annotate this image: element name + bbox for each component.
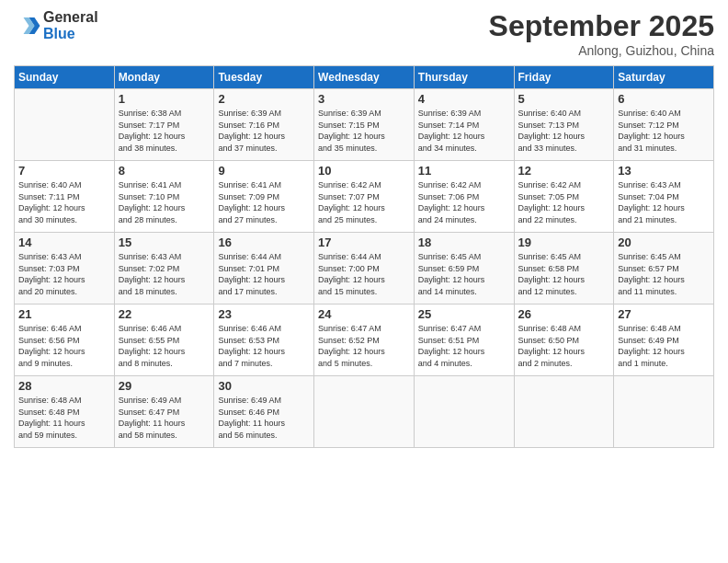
- day-number: 6: [618, 92, 710, 106]
- day-number: 14: [18, 236, 110, 249]
- calendar-day: 24Sunrise: 6:47 AMSunset: 6:52 PMDayligh…: [314, 304, 415, 376]
- calendar-day: [414, 376, 514, 448]
- calendar-day: 27Sunrise: 6:48 AMSunset: 6:49 PMDayligh…: [614, 304, 714, 376]
- day-info: Sunrise: 6:40 AMSunset: 7:12 PMDaylight:…: [618, 108, 710, 154]
- calendar-day: 1Sunrise: 6:38 AMSunset: 7:17 PMDaylight…: [114, 89, 214, 161]
- day-number: 8: [119, 164, 210, 178]
- month-title: September 2025: [489, 9, 714, 43]
- calendar-day: 3Sunrise: 6:39 AMSunset: 7:15 PMDaylight…: [314, 89, 415, 161]
- day-number: 3: [318, 92, 410, 106]
- day-info: Sunrise: 6:38 AMSunset: 7:17 PMDaylight:…: [119, 108, 210, 154]
- calendar-week-2: 7Sunrise: 6:40 AMSunset: 7:11 PMDaylight…: [15, 161, 714, 233]
- calendar-day: 28Sunrise: 6:48 AMSunset: 6:48 PMDayligh…: [15, 376, 115, 448]
- day-info: Sunrise: 6:40 AMSunset: 7:13 PMDaylight:…: [518, 108, 610, 154]
- calendar-day: 11Sunrise: 6:42 AMSunset: 7:06 PMDayligh…: [414, 161, 514, 233]
- day-info: Sunrise: 6:47 AMSunset: 6:51 PMDaylight:…: [418, 323, 510, 369]
- location: Anlong, Guizhou, China: [489, 43, 714, 58]
- day-number: 26: [518, 307, 610, 321]
- day-number: 7: [18, 164, 110, 178]
- logo: General Blue: [14, 9, 98, 42]
- calendar-week-3: 14Sunrise: 6:43 AMSunset: 7:03 PMDayligh…: [15, 233, 714, 304]
- calendar-day: 6Sunrise: 6:40 AMSunset: 7:12 PMDaylight…: [614, 89, 714, 161]
- calendar-day: 9Sunrise: 6:41 AMSunset: 7:09 PMDaylight…: [214, 161, 314, 233]
- day-info: Sunrise: 6:46 AMSunset: 6:56 PMDaylight:…: [18, 323, 110, 369]
- calendar-day: 20Sunrise: 6:45 AMSunset: 6:57 PMDayligh…: [614, 233, 714, 304]
- day-info: Sunrise: 6:39 AMSunset: 7:15 PMDaylight:…: [318, 108, 410, 154]
- day-number: 30: [218, 379, 310, 393]
- day-number: 23: [218, 307, 310, 321]
- logo-icon: [14, 12, 41, 40]
- calendar-day: 7Sunrise: 6:40 AMSunset: 7:11 PMDaylight…: [15, 161, 115, 233]
- calendar-day: 30Sunrise: 6:49 AMSunset: 6:46 PMDayligh…: [214, 376, 314, 448]
- day-number: 11: [418, 164, 510, 178]
- day-info: Sunrise: 6:41 AMSunset: 7:10 PMDaylight:…: [119, 179, 210, 225]
- day-info: Sunrise: 6:42 AMSunset: 7:05 PMDaylight:…: [518, 179, 610, 225]
- day-number: 27: [618, 307, 710, 321]
- day-info: Sunrise: 6:45 AMSunset: 6:57 PMDaylight:…: [618, 251, 710, 297]
- col-friday: Friday: [514, 66, 614, 89]
- day-number: 15: [119, 236, 210, 249]
- calendar-day: 21Sunrise: 6:46 AMSunset: 6:56 PMDayligh…: [15, 304, 115, 376]
- col-wednesday: Wednesday: [314, 66, 415, 89]
- day-number: 4: [418, 92, 510, 106]
- day-info: Sunrise: 6:47 AMSunset: 6:52 PMDaylight:…: [318, 323, 410, 369]
- calendar-day: [15, 89, 115, 161]
- calendar-day: 12Sunrise: 6:42 AMSunset: 7:05 PMDayligh…: [514, 161, 614, 233]
- calendar-body: 1Sunrise: 6:38 AMSunset: 7:17 PMDaylight…: [15, 89, 714, 448]
- day-number: 22: [119, 307, 210, 321]
- day-number: 9: [218, 164, 310, 178]
- day-info: Sunrise: 6:49 AMSunset: 6:46 PMDaylight:…: [218, 395, 310, 441]
- col-sunday: Sunday: [15, 66, 115, 89]
- day-number: 5: [518, 92, 610, 106]
- calendar-day: [314, 376, 415, 448]
- day-number: 28: [18, 379, 110, 393]
- day-info: Sunrise: 6:43 AMSunset: 7:03 PMDaylight:…: [18, 251, 110, 297]
- calendar-day: 14Sunrise: 6:43 AMSunset: 7:03 PMDayligh…: [15, 233, 115, 304]
- col-tuesday: Tuesday: [214, 66, 314, 89]
- day-info: Sunrise: 6:48 AMSunset: 6:50 PMDaylight:…: [518, 323, 610, 369]
- calendar-day: 18Sunrise: 6:45 AMSunset: 6:59 PMDayligh…: [414, 233, 514, 304]
- day-number: 1: [119, 92, 210, 106]
- day-number: 20: [618, 236, 710, 249]
- calendar-day: 13Sunrise: 6:43 AMSunset: 7:04 PMDayligh…: [614, 161, 714, 233]
- calendar-day: 17Sunrise: 6:44 AMSunset: 7:00 PMDayligh…: [314, 233, 415, 304]
- calendar-day: 16Sunrise: 6:44 AMSunset: 7:01 PMDayligh…: [214, 233, 314, 304]
- day-number: 13: [618, 164, 710, 178]
- calendar-day: [614, 376, 714, 448]
- day-info: Sunrise: 6:45 AMSunset: 6:59 PMDaylight:…: [418, 251, 510, 297]
- day-number: 2: [218, 92, 310, 106]
- day-number: 12: [518, 164, 610, 178]
- calendar-day: 29Sunrise: 6:49 AMSunset: 6:47 PMDayligh…: [114, 376, 214, 448]
- col-thursday: Thursday: [414, 66, 514, 89]
- calendar-day: 5Sunrise: 6:40 AMSunset: 7:13 PMDaylight…: [514, 89, 614, 161]
- header-row: Sunday Monday Tuesday Wednesday Thursday…: [15, 66, 714, 89]
- calendar-day: 2Sunrise: 6:39 AMSunset: 7:16 PMDaylight…: [214, 89, 314, 161]
- day-number: 17: [318, 236, 410, 249]
- calendar-day: 26Sunrise: 6:48 AMSunset: 6:50 PMDayligh…: [514, 304, 614, 376]
- calendar-day: 10Sunrise: 6:42 AMSunset: 7:07 PMDayligh…: [314, 161, 415, 233]
- page-container: General Blue September 2025 Anlong, Guiz…: [0, 0, 728, 457]
- calendar-day: 19Sunrise: 6:45 AMSunset: 6:58 PMDayligh…: [514, 233, 614, 304]
- calendar-day: 15Sunrise: 6:43 AMSunset: 7:02 PMDayligh…: [114, 233, 214, 304]
- day-info: Sunrise: 6:46 AMSunset: 6:55 PMDaylight:…: [119, 323, 210, 369]
- day-info: Sunrise: 6:46 AMSunset: 6:53 PMDaylight:…: [218, 323, 310, 369]
- day-info: Sunrise: 6:48 AMSunset: 6:49 PMDaylight:…: [618, 323, 710, 369]
- day-number: 21: [18, 307, 110, 321]
- day-info: Sunrise: 6:43 AMSunset: 7:04 PMDaylight:…: [618, 179, 710, 225]
- day-number: 16: [218, 236, 310, 249]
- col-saturday: Saturday: [614, 66, 714, 89]
- day-info: Sunrise: 6:49 AMSunset: 6:47 PMDaylight:…: [119, 395, 210, 441]
- day-number: 29: [119, 379, 210, 393]
- header: General Blue September 2025 Anlong, Guiz…: [14, 9, 714, 58]
- day-info: Sunrise: 6:43 AMSunset: 7:02 PMDaylight:…: [119, 251, 210, 297]
- calendar-day: 22Sunrise: 6:46 AMSunset: 6:55 PMDayligh…: [114, 304, 214, 376]
- calendar-table: Sunday Monday Tuesday Wednesday Thursday…: [14, 65, 714, 448]
- day-info: Sunrise: 6:41 AMSunset: 7:09 PMDaylight:…: [218, 179, 310, 225]
- day-number: 25: [418, 307, 510, 321]
- day-info: Sunrise: 6:45 AMSunset: 6:58 PMDaylight:…: [518, 251, 610, 297]
- calendar-week-5: 28Sunrise: 6:48 AMSunset: 6:48 PMDayligh…: [15, 376, 714, 448]
- calendar-day: 8Sunrise: 6:41 AMSunset: 7:10 PMDaylight…: [114, 161, 214, 233]
- day-info: Sunrise: 6:44 AMSunset: 7:00 PMDaylight:…: [318, 251, 410, 297]
- col-monday: Monday: [114, 66, 214, 89]
- calendar-day: 25Sunrise: 6:47 AMSunset: 6:51 PMDayligh…: [414, 304, 514, 376]
